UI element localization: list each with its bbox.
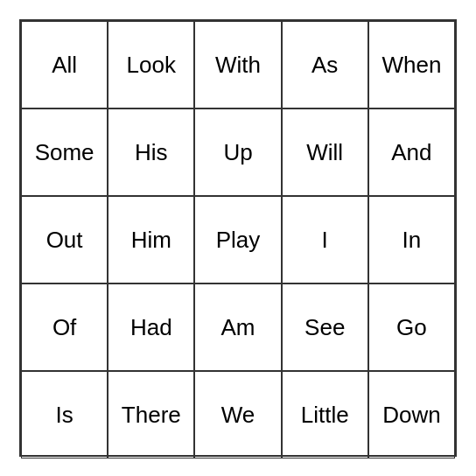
bingo-cell-0-0[interactable]: All [21,21,108,108]
bingo-cell-3-4[interactable]: Go [368,284,455,371]
bingo-cell-3-1[interactable]: Had [108,284,194,371]
bingo-cell-2-0[interactable]: Out [21,196,108,284]
bingo-cell-2-4[interactable]: In [368,196,455,284]
bingo-cell-0-3[interactable]: As [282,21,368,108]
bingo-cell-0-2[interactable]: With [194,21,281,108]
bingo-cell-3-3[interactable]: See [282,284,368,371]
bingo-row-4: IsThereWeLittleDown [21,371,455,458]
bingo-board: AllLookWithAsWhenSomeHisUpWillAndOutHimP… [19,19,457,457]
bingo-cell-0-4[interactable]: When [368,21,455,108]
bingo-cell-4-3[interactable]: Little [282,371,368,458]
bingo-row-1: SomeHisUpWillAnd [21,108,455,196]
bingo-row-2: OutHimPlayIIn [21,196,455,284]
bingo-cell-1-0[interactable]: Some [21,108,108,196]
bingo-cell-3-0[interactable]: Of [21,284,108,371]
bingo-cell-1-3[interactable]: Will [282,108,368,196]
bingo-cell-2-1[interactable]: Him [108,196,194,284]
bingo-cell-3-2[interactable]: Am [194,284,281,371]
bingo-cell-4-1[interactable]: There [108,371,194,458]
bingo-row-0: AllLookWithAsWhen [21,21,455,108]
bingo-cell-1-4[interactable]: And [368,108,455,196]
bingo-cell-2-2[interactable]: Play [194,196,281,284]
bingo-cell-0-1[interactable]: Look [108,21,194,108]
bingo-cell-2-3[interactable]: I [282,196,368,284]
bingo-cell-4-4[interactable]: Down [368,371,455,458]
bingo-cell-1-1[interactable]: His [108,108,194,196]
bingo-row-3: OfHadAmSeeGo [21,284,455,371]
bingo-cell-4-0[interactable]: Is [21,371,108,458]
bingo-cell-4-2[interactable]: We [194,371,281,458]
bingo-cell-1-2[interactable]: Up [194,108,281,196]
